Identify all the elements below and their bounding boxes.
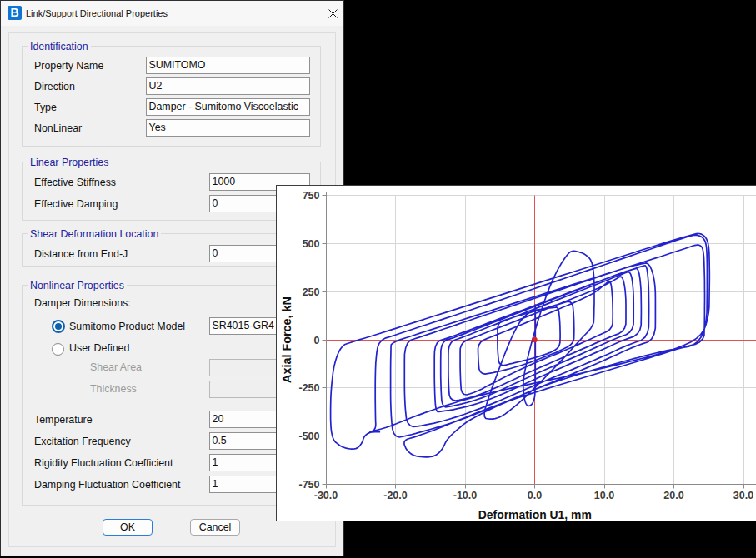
svg-text:0: 0	[314, 335, 320, 346]
svg-text:750: 750	[303, 190, 320, 202]
svg-text:20.0: 20.0	[663, 490, 683, 501]
svg-text:Axial Force, kN: Axial Force, kN	[280, 296, 293, 383]
svg-text:-20.0: -20.0	[383, 490, 408, 501]
svg-text:10.0: 10.0	[594, 490, 614, 501]
svg-text:250: 250	[303, 286, 320, 298]
svg-text:30.0: 30.0	[733, 490, 753, 501]
svg-text:Deformation U1, mm: Deformation U1, mm	[478, 508, 592, 521]
svg-text:0.0: 0.0	[528, 490, 542, 501]
svg-text:-10.0: -10.0	[453, 490, 478, 501]
svg-text:500: 500	[303, 238, 320, 250]
svg-text:-250: -250	[298, 382, 319, 394]
svg-text:-30.0: -30.0	[314, 490, 338, 501]
svg-text:-500: -500	[298, 431, 319, 442]
